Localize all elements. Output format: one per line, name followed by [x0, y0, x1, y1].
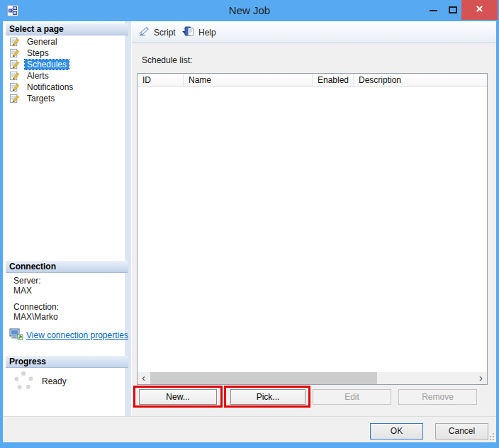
sidebar-item-alerts[interactable]: Alerts — [6, 70, 123, 82]
sidebar-item-label: Targets — [25, 94, 57, 103]
pick-button[interactable]: Pick... — [230, 389, 305, 405]
scroll-right-icon[interactable]: › — [475, 372, 487, 384]
progress-status: Ready — [42, 376, 67, 386]
progress-header: Progress — [6, 356, 128, 368]
cancel-button[interactable]: Cancel — [435, 423, 488, 439]
close-icon: × — [461, 0, 498, 18]
maximize-icon — [449, 6, 457, 13]
scrollbar-thumb[interactable] — [150, 372, 377, 384]
sidebar-item-steps[interactable]: Steps — [6, 47, 123, 59]
new-button[interactable]: New... — [139, 389, 217, 405]
page-icon — [9, 59, 20, 69]
titlebar[interactable]: New Job × — [0, 0, 499, 21]
connection-label: Connection: — [13, 302, 59, 312]
script-label: Script — [154, 28, 176, 38]
schedule-list-header: ID Name Enabled Description — [138, 74, 487, 87]
sidebar-item-label: Notifications — [25, 82, 75, 92]
scroll-left-icon[interactable]: ‹ — [138, 372, 150, 384]
toolbar: Script Help — [132, 21, 496, 43]
spinner-icon — [14, 371, 33, 391]
computer-icon — [9, 328, 24, 341]
app-icon — [7, 5, 18, 16]
page-icon — [9, 36, 20, 47]
sidebar-item-general[interactable]: General — [6, 36, 123, 47]
sidebar-item-label: Alerts — [25, 71, 51, 81]
remove-button[interactable]: Remove — [398, 389, 477, 405]
schedule-list-label: Schedule list: — [142, 55, 192, 65]
column-header-description[interactable]: Description — [354, 74, 487, 87]
server-value: MAX — [13, 286, 32, 296]
horizontal-scrollbar[interactable]: ‹ › — [138, 372, 487, 384]
close-button[interactable]: × — [461, 0, 498, 20]
sidebar-item-targets[interactable]: Targets — [6, 93, 123, 104]
column-header-id[interactable]: ID — [138, 74, 184, 87]
maximize-button[interactable] — [444, 0, 462, 20]
sidebar-item-label: General — [25, 37, 60, 47]
resize-grip[interactable] — [486, 432, 495, 441]
ok-button[interactable]: OK — [370, 423, 423, 439]
sidebar-item-notifications[interactable]: Notifications — [6, 82, 123, 93]
page-icon — [9, 82, 20, 92]
minimize-button[interactable] — [424, 0, 444, 20]
script-icon — [138, 26, 150, 39]
help-label: Help — [198, 28, 216, 38]
edit-button[interactable]: Edit — [313, 389, 391, 405]
sidebar-item-label: Steps — [25, 48, 51, 58]
sidebar-item-label: Schedules — [25, 60, 69, 69]
server-label: Server: — [13, 276, 41, 286]
schedule-list: ID Name Enabled Description ‹ › — [137, 73, 488, 385]
column-header-enabled[interactable]: Enabled — [313, 74, 354, 87]
page-icon — [9, 93, 20, 103]
help-button[interactable]: Help — [180, 24, 220, 40]
page-icon — [9, 47, 20, 58]
column-header-name[interactable]: Name — [184, 74, 313, 87]
help-icon — [184, 26, 195, 39]
sidebar-item-schedules[interactable]: Schedules — [6, 59, 123, 70]
view-connection-properties-link[interactable]: View connection properties — [26, 330, 128, 340]
minimize-icon — [430, 10, 437, 11]
new-job-window: New Job × Select a page General Steps — [0, 0, 499, 448]
connection-header: Connection — [6, 261, 128, 273]
page-icon — [9, 70, 20, 81]
select-a-page-header: Select a page — [6, 23, 128, 35]
connection-value: MAX\Marko — [13, 312, 58, 322]
